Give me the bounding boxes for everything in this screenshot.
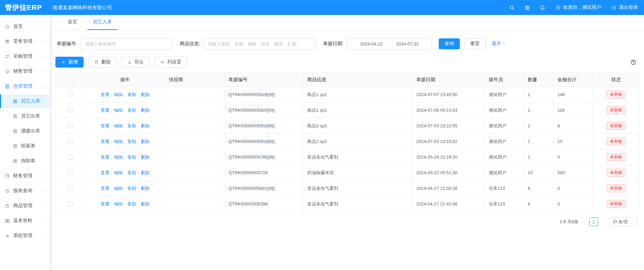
product-input[interactable]: [204, 38, 316, 50]
sidebar-item-assembly[interactable]: 组装单: [0, 139, 50, 153]
row-action-edit[interactable]: 编辑: [114, 108, 123, 113]
row-action-edit[interactable]: 编辑: [114, 186, 123, 191]
sidebar-item-goods[interactable]: 商品管理: [0, 199, 50, 213]
sidebar-item-transfer-out[interactable]: 调拨出库: [0, 124, 50, 138]
row-action-delete[interactable]: 删除: [141, 92, 150, 97]
chevron-down-icon: [41, 189, 45, 193]
bell-icon[interactable]: [540, 5, 545, 11]
row-checkbox[interactable]: [68, 139, 73, 144]
row-action-edit[interactable]: 编辑: [114, 139, 123, 144]
next-page-button[interactable]: [602, 220, 606, 224]
expand-link[interactable]: 展开: [492, 41, 506, 47]
row-action-copy[interactable]: 复制: [127, 170, 136, 175]
row-action-view[interactable]: 查看: [101, 170, 109, 175]
cell-qty: 1: [523, 87, 553, 103]
tab-0[interactable]: 首页: [62, 15, 83, 30]
row-action-view[interactable]: 查看: [101, 123, 109, 128]
cell-amount: 0: [553, 196, 593, 212]
app-logo[interactable]: 管伊佳ERP: [5, 3, 42, 12]
row-action-edit[interactable]: 编辑: [114, 170, 123, 175]
doc-no-label: 单据编号:: [57, 41, 77, 47]
row-action-view[interactable]: 查看: [101, 108, 109, 113]
link-separator: |: [111, 186, 112, 191]
sidebar-item-disassembly[interactable]: 拆卸单: [0, 154, 50, 168]
search-icon[interactable]: [509, 5, 515, 11]
link-separator: |: [138, 92, 139, 97]
doc-icon: [13, 114, 18, 119]
tab-1[interactable]: 其它入库: [87, 15, 117, 30]
cell-amount: 116: [553, 103, 593, 118]
row-action-view[interactable]: 查看: [101, 201, 109, 206]
sidebar-item-sales[interactable]: 销售管理: [0, 65, 50, 78]
row-action-view[interactable]: 查看: [101, 139, 109, 144]
row-action-delete[interactable]: 删除: [141, 170, 150, 175]
row-checkbox[interactable]: [68, 155, 73, 160]
row-checkbox[interactable]: [68, 202, 73, 206]
power-icon: [611, 5, 616, 10]
export-button[interactable]: 导出: [121, 57, 150, 68]
row-action-delete[interactable]: 删除: [141, 139, 150, 144]
status-badge: 未审核: [607, 153, 626, 161]
chevron-down-icon: [41, 204, 45, 208]
sidebar-item-retail[interactable]: 零售管理: [0, 35, 50, 48]
row-checkbox[interactable]: [68, 92, 73, 97]
row-action-delete[interactable]: 删除: [141, 108, 150, 113]
sidebar-item-other-outbound[interactable]: 其它出库: [0, 109, 50, 123]
row-action-copy[interactable]: 复制: [127, 201, 136, 206]
sidebar-item-basic[interactable]: 基本资料: [0, 214, 50, 228]
sidebar-item-reports[interactable]: 报表查询: [0, 184, 50, 198]
user-menu[interactable]: 欢迎您，测试用户: [556, 4, 601, 11]
row-action-copy[interactable]: 复制: [127, 92, 136, 97]
clock-icon: [556, 5, 561, 10]
row-action-view[interactable]: 查看: [101, 186, 109, 191]
row-action-delete[interactable]: 删除: [141, 201, 150, 206]
row-action-view[interactable]: 查看: [101, 155, 109, 160]
column-settings-button[interactable]: 列设置: [154, 57, 187, 68]
row-checkbox[interactable]: [68, 124, 73, 128]
sidebar-item-system[interactable]: 系统管理: [0, 229, 50, 242]
row-checkbox[interactable]: [68, 108, 73, 113]
row-action-edit[interactable]: 编辑: [114, 201, 123, 206]
cell-amount: 149: [553, 87, 593, 103]
row-action-edit[interactable]: 编辑: [114, 92, 123, 97]
sidebar-item-purchase[interactable]: 采购管理: [0, 50, 50, 63]
topbar: 管伊佳ERP 南通某某网络科技有限公司 欢迎您，测试用户 退出登录: [0, 0, 644, 15]
row-action-copy[interactable]: 复制: [127, 108, 136, 113]
row-checkbox[interactable]: [68, 186, 73, 191]
page-number-button[interactable]: 1: [589, 217, 598, 226]
row-action-edit[interactable]: 编辑: [114, 123, 123, 128]
page-size-select[interactable]: 10 条/页: [609, 217, 637, 226]
prev-page-button[interactable]: [582, 220, 586, 224]
reset-button[interactable]: 重置: [465, 38, 486, 49]
delete-button[interactable]: 删除: [88, 57, 117, 68]
sidebar-item-warehouse[interactable]: 仓库管理: [0, 79, 50, 93]
doc-no-input[interactable]: [81, 38, 172, 50]
row-action-edit[interactable]: 编辑: [114, 155, 123, 160]
help-icon[interactable]: [630, 59, 637, 66]
search-button[interactable]: 查询: [439, 38, 460, 49]
add-button[interactable]: 新增: [55, 57, 84, 68]
select-all-checkbox[interactable]: [68, 78, 73, 83]
row-action-delete[interactable]: 删除: [141, 123, 150, 128]
row-checkbox[interactable]: [68, 170, 73, 175]
logout-button[interactable]: 退出登录: [611, 4, 638, 11]
sidebar-item-label: 其它入库: [21, 98, 40, 104]
chevron-down-icon: [41, 70, 45, 73]
sidebar-item-finance[interactable]: 财务管理: [0, 169, 50, 183]
home-icon: [5, 24, 10, 29]
date-range-picker[interactable]: 2024-04-22 ~ 2024-07-22: [347, 38, 432, 50]
link-separator: |: [111, 92, 112, 97]
cell-doc-no: QTRK00000005918[转]: [224, 134, 303, 149]
row-action-delete[interactable]: 删除: [141, 186, 150, 191]
row-action-view[interactable]: 查看: [101, 92, 109, 97]
row-action-copy[interactable]: 复制: [127, 186, 136, 191]
row-action-copy[interactable]: 复制: [127, 139, 136, 144]
row-action-copy[interactable]: 复制: [127, 155, 136, 160]
row-action-delete[interactable]: 删除: [141, 155, 150, 160]
link-separator: |: [138, 201, 139, 206]
bank-icon[interactable]: [524, 5, 530, 11]
sidebar-item-other-inbound[interactable]: 其它入库: [0, 94, 50, 108]
sidebar-item-home[interactable]: 首页: [0, 20, 50, 33]
cell-doc-no: QTRK00000005728: [224, 165, 303, 181]
row-action-copy[interactable]: 复制: [127, 123, 136, 128]
